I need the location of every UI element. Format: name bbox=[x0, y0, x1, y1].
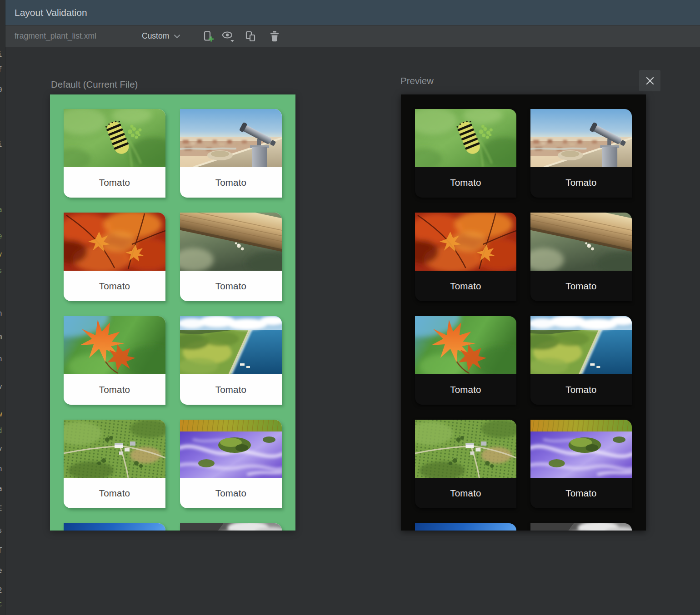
plant-card: Tomato bbox=[180, 213, 282, 301]
code-fragment: n bbox=[0, 309, 2, 318]
wood-beam-drops-image bbox=[530, 213, 632, 271]
code-fragment: v bbox=[0, 250, 2, 259]
plant-name-label: Tomato bbox=[415, 374, 516, 405]
red-maple-leaves-image bbox=[415, 213, 516, 271]
plant-card: Tomato bbox=[415, 420, 516, 508]
plant-name-label: Tomato bbox=[180, 271, 282, 301]
plant-name-label: Tomato bbox=[415, 271, 516, 301]
code-fragment: i bbox=[0, 50, 2, 59]
caterpillar-image bbox=[415, 109, 516, 167]
plant-name-label: Tomato bbox=[415, 478, 516, 508]
plant-name-label: Tomato bbox=[64, 478, 165, 508]
telescope-city-image bbox=[180, 109, 282, 167]
plant-name-label: Tomato bbox=[530, 478, 632, 508]
plant-name-label: Tomato bbox=[180, 167, 282, 198]
plant-card: Tomato bbox=[64, 523, 165, 531]
editor-edge-strip: if0iaevsnmnvwdvnaEsTe2c bbox=[0, 0, 5, 615]
aerial-coastline-image bbox=[530, 316, 632, 374]
grayscale-clouds-image bbox=[180, 523, 282, 531]
tool-window-title: Layout Validation bbox=[15, 7, 87, 18]
wood-beam-drops-image bbox=[180, 213, 282, 271]
code-fragment: n bbox=[0, 354, 2, 363]
current-file-label: fragment_plant_list.xml bbox=[15, 25, 96, 47]
code-fragment: i bbox=[0, 140, 2, 149]
plant-card: Tomato bbox=[530, 109, 632, 198]
maple-leaf-on-green-image bbox=[415, 316, 516, 374]
maple-leaf-on-green-image bbox=[64, 316, 165, 374]
plant-name-label: Tomato bbox=[180, 478, 282, 508]
plant-card: Tomato bbox=[530, 420, 632, 508]
plant-card: Tomato bbox=[530, 213, 632, 301]
code-fragment: s bbox=[0, 266, 2, 275]
add-device-icon bbox=[202, 30, 215, 43]
plant-name-label: Tomato bbox=[415, 167, 516, 198]
close-icon bbox=[645, 76, 655, 86]
plant-name-label: Tomato bbox=[530, 374, 632, 405]
close-preview-button[interactable] bbox=[639, 70, 660, 91]
blue-sky-image bbox=[64, 523, 165, 531]
visibility-button[interactable] bbox=[220, 29, 236, 44]
delete-button[interactable] bbox=[266, 29, 283, 44]
code-fragment: 0 bbox=[0, 85, 2, 94]
copy-icon bbox=[245, 30, 257, 43]
code-fragment: d bbox=[0, 426, 2, 435]
code-fragment: e bbox=[0, 566, 2, 575]
purple-rapids-image bbox=[530, 420, 632, 478]
code-fragment: c bbox=[0, 600, 2, 609]
aerial-farm-image bbox=[64, 420, 165, 478]
plant-name-label: Tomato bbox=[64, 374, 165, 405]
configuration-set-dropdown[interactable]: Custom bbox=[142, 25, 180, 47]
code-fragment: v bbox=[0, 382, 2, 392]
telescope-city-image bbox=[530, 109, 632, 167]
aerial-farm-image bbox=[415, 420, 516, 478]
code-fragment: n bbox=[0, 464, 2, 473]
chevron-down-icon bbox=[174, 34, 180, 39]
plant-card: Tomato bbox=[530, 316, 632, 405]
plant-card: Tomato bbox=[180, 420, 282, 508]
code-fragment: T bbox=[0, 546, 2, 555]
code-fragment: f bbox=[0, 65, 2, 74]
code-fragment: w bbox=[0, 410, 2, 419]
default-layout-render: TomatoTomatoTomatoTomatoTomatoTomatoToma… bbox=[50, 94, 295, 531]
copy-configuration-button[interactable] bbox=[242, 29, 259, 44]
add-device-button[interactable] bbox=[200, 29, 216, 44]
plant-card: Tomato bbox=[180, 316, 282, 405]
code-fragment: 2 bbox=[0, 586, 2, 595]
code-fragment: a bbox=[0, 484, 2, 493]
default-panel-title: Default (Current File) bbox=[51, 79, 138, 90]
code-fragment: v bbox=[0, 444, 2, 453]
code-fragment: a bbox=[0, 205, 2, 214]
toolbar-separator bbox=[132, 30, 132, 42]
plant-name-label: Tomato bbox=[530, 167, 632, 198]
plant-name-label: Tomato bbox=[180, 374, 282, 405]
plant-card: Tomato bbox=[180, 109, 282, 198]
layout-validation-toolbar: fragment_plant_list.xml Custom bbox=[5, 25, 700, 47]
plant-card: Tomato bbox=[415, 523, 516, 531]
preview-layout-render: TomatoTomatoTomatoTomatoTomatoTomatoToma… bbox=[401, 94, 646, 531]
plant-card: Tomato bbox=[180, 523, 282, 531]
code-fragment: e bbox=[0, 232, 2, 241]
plant-card: Tomato bbox=[64, 213, 165, 301]
grayscale-clouds-image bbox=[530, 523, 632, 531]
code-fragment: E bbox=[0, 504, 2, 513]
plant-name-label: Tomato bbox=[64, 271, 165, 301]
plant-card: Tomato bbox=[64, 109, 165, 198]
preview-panel-title: Preview bbox=[400, 75, 434, 86]
blue-sky-image bbox=[415, 523, 516, 531]
visibility-icon bbox=[221, 30, 235, 43]
plant-name-label: Tomato bbox=[530, 271, 632, 301]
caterpillar-image bbox=[64, 109, 165, 167]
red-maple-leaves-image bbox=[64, 213, 165, 271]
plant-card: Tomato bbox=[64, 420, 165, 508]
code-fragment: s bbox=[0, 526, 2, 535]
trash-icon bbox=[269, 30, 280, 42]
plant-card: Tomato bbox=[530, 523, 632, 531]
plant-card: Tomato bbox=[415, 109, 516, 198]
tool-window-header: Layout Validation bbox=[5, 0, 700, 25]
purple-rapids-image bbox=[180, 420, 282, 478]
plant-card: Tomato bbox=[415, 316, 516, 405]
plant-name-label: Tomato bbox=[64, 167, 165, 198]
plant-card: Tomato bbox=[415, 213, 516, 301]
code-fragment: m bbox=[0, 332, 2, 342]
configuration-set-label: Custom bbox=[142, 31, 169, 41]
